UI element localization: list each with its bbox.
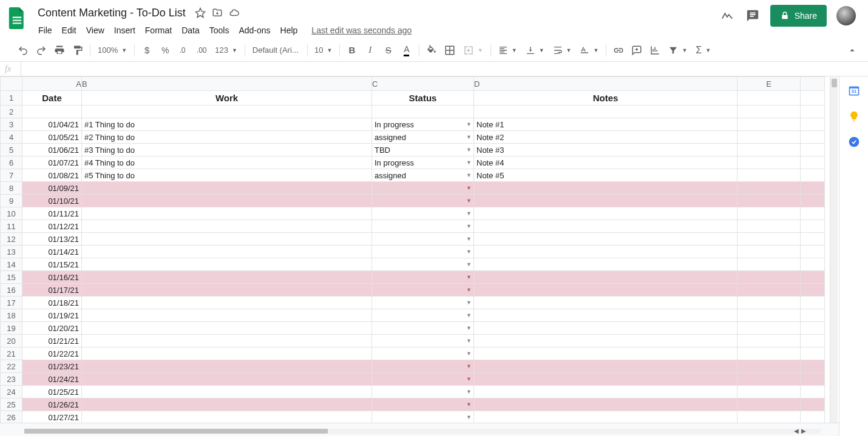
cell[interactable] — [82, 398, 372, 411]
select-all-corner[interactable] — [1, 77, 22, 91]
cell[interactable]: #5 Thing to do — [82, 169, 372, 182]
row-header[interactable]: 5 — [1, 144, 22, 156]
scroll-right-icon[interactable]: ▶ — [801, 428, 806, 434]
dropdown-arrow-icon[interactable]: ▼ — [466, 121, 472, 127]
horizontal-align-dropdown[interactable]: ▼ — [495, 42, 521, 58]
cell[interactable]: ▼ — [372, 322, 474, 335]
cell[interactable]: 01/13/21 — [22, 233, 82, 246]
cell[interactable] — [474, 335, 737, 347]
last-edit-link[interactable]: Last edit was seconds ago — [311, 25, 412, 35]
cell[interactable]: 01/08/21 — [22, 169, 82, 182]
text-color-icon[interactable]: A — [398, 42, 415, 59]
insert-link-icon[interactable] — [610, 42, 627, 59]
cell[interactable]: ▼ — [372, 195, 474, 207]
cell[interactable] — [82, 386, 372, 398]
insert-comment-icon[interactable] — [628, 42, 645, 59]
row-header[interactable]: 7 — [1, 169, 22, 182]
cell[interactable] — [801, 411, 825, 424]
cell[interactable] — [82, 106, 372, 118]
cell[interactable]: ▼ — [372, 284, 474, 297]
cell[interactable] — [737, 144, 801, 156]
cell[interactable] — [801, 144, 825, 156]
scroll-left-icon[interactable]: ◀ — [794, 428, 799, 434]
cell[interactable] — [474, 386, 737, 398]
cell[interactable] — [737, 233, 801, 246]
cell[interactable]: ▼ — [372, 271, 474, 284]
cell[interactable]: 01/26/21 — [22, 398, 82, 411]
dropdown-arrow-icon[interactable]: ▼ — [466, 300, 472, 306]
filter-dropdown[interactable]: ▼ — [665, 42, 691, 58]
cell[interactable] — [801, 156, 825, 169]
cell[interactable] — [372, 106, 474, 118]
row-header[interactable]: 2 — [1, 106, 22, 118]
cell[interactable] — [474, 360, 737, 373]
cell[interactable] — [737, 347, 801, 360]
cell[interactable] — [737, 207, 801, 220]
cell[interactable] — [474, 309, 737, 322]
cell[interactable] — [737, 284, 801, 297]
cell[interactable]: Date — [22, 91, 82, 106]
cell[interactable] — [737, 360, 801, 373]
cell[interactable]: ▼ — [372, 360, 474, 373]
cell[interactable]: Work — [82, 91, 372, 106]
activity-icon[interactable] — [719, 8, 735, 24]
cell[interactable] — [737, 258, 801, 271]
cell[interactable] — [82, 220, 372, 233]
cell[interactable] — [801, 322, 825, 335]
dropdown-arrow-icon[interactable]: ▼ — [466, 389, 472, 395]
row-header[interactable]: 13 — [1, 246, 22, 258]
cell[interactable] — [474, 297, 737, 309]
currency-icon[interactable]: $ — [138, 42, 155, 59]
cell[interactable]: 01/18/21 — [22, 297, 82, 309]
text-rotation-dropdown[interactable]: ▼ — [576, 42, 602, 58]
cell[interactable] — [82, 284, 372, 297]
star-icon[interactable] — [194, 7, 206, 19]
cell[interactable] — [474, 284, 737, 297]
account-avatar[interactable] — [836, 6, 856, 25]
insert-chart-icon[interactable] — [646, 42, 663, 59]
row-header[interactable]: 17 — [1, 297, 22, 309]
functions-dropdown[interactable]: Σ▼ — [692, 42, 714, 58]
dropdown-arrow-icon[interactable]: ▼ — [466, 414, 472, 420]
cell[interactable]: ▼ — [372, 373, 474, 386]
cell[interactable]: 01/21/21 — [22, 335, 82, 347]
cell[interactable] — [82, 373, 372, 386]
decrease-decimal-icon[interactable]: .0 — [175, 42, 192, 59]
bold-icon[interactable]: B — [344, 42, 361, 59]
row-header[interactable]: 22 — [1, 360, 22, 373]
menu-insert[interactable]: Insert — [110, 23, 140, 38]
cell[interactable] — [474, 106, 737, 118]
cell[interactable] — [801, 335, 825, 347]
font-family-dropdown[interactable]: Default (Ari...▼ — [249, 42, 303, 58]
col-header-D[interactable]: D — [474, 77, 737, 91]
cell[interactable]: ▼ — [372, 347, 474, 360]
cell[interactable]: ▼ — [372, 207, 474, 220]
row-header[interactable]: 3 — [1, 118, 22, 131]
row-header[interactable]: 23 — [1, 373, 22, 386]
vertical-scrollbar[interactable] — [830, 77, 838, 423]
calendar-addon-icon[interactable]: 31 — [848, 85, 860, 97]
undo-icon[interactable] — [15, 42, 32, 59]
print-icon[interactable] — [51, 42, 68, 59]
cell[interactable] — [82, 207, 372, 220]
cell[interactable] — [737, 131, 801, 144]
comments-icon[interactable] — [745, 8, 761, 24]
cell[interactable] — [82, 360, 372, 373]
dropdown-arrow-icon[interactable]: ▼ — [466, 287, 472, 293]
cell[interactable]: ▼ — [372, 233, 474, 246]
cell[interactable]: 01/20/21 — [22, 322, 82, 335]
menu-tools[interactable]: Tools — [205, 23, 234, 38]
cell[interactable] — [801, 91, 825, 106]
collapse-toolbar-icon[interactable] — [844, 42, 861, 59]
dropdown-arrow-icon[interactable]: ▼ — [466, 325, 472, 331]
dropdown-arrow-icon[interactable]: ▼ — [466, 172, 472, 178]
cell[interactable] — [801, 258, 825, 271]
cell[interactable] — [737, 195, 801, 207]
cell[interactable]: ▼ — [372, 309, 474, 322]
cell[interactable] — [801, 233, 825, 246]
row-header[interactable]: 24 — [1, 386, 22, 398]
cell[interactable]: ▼ — [372, 258, 474, 271]
dropdown-arrow-icon[interactable]: ▼ — [466, 134, 472, 140]
menu-view[interactable]: View — [82, 23, 109, 38]
cell[interactable] — [82, 347, 372, 360]
